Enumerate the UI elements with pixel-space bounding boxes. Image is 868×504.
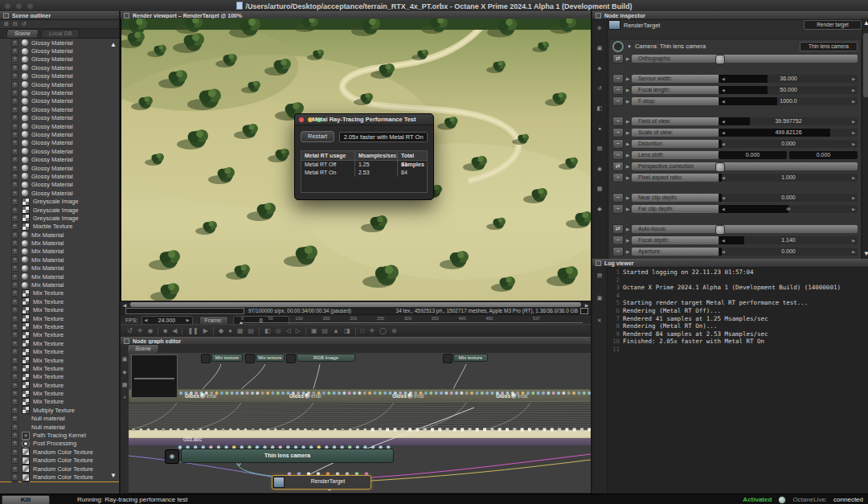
expand-icon[interactable]: + (11, 198, 18, 205)
expand-icon[interactable]: + (11, 89, 18, 96)
fullscreen-icon[interactable]: ⊕ (391, 326, 397, 336)
outliner-row-mix-material[interactable]: +Mix Material (0, 239, 119, 247)
expander-icon[interactable]: ▶ (624, 141, 632, 146)
node-link-icon[interactable]: ~ (612, 204, 624, 214)
outliner-row-mix-material[interactable]: +Mix Material (0, 248, 119, 256)
panel-collapse-icon[interactable] (596, 13, 601, 18)
inspector-row-focal-length[interactable]: ~▶Focal length:50.000◀▶ (612, 85, 858, 94)
outliner-row-glossy-material[interactable]: +Glossy Material (0, 114, 119, 122)
outliner-row-glossy-material[interactable]: +Glossy Material (0, 164, 119, 172)
expander-icon[interactable]: ▶ (624, 88, 632, 92)
value-slider[interactable]: 36.000◀▶ (719, 75, 858, 83)
expand-icon[interactable]: + (11, 139, 18, 146)
mesh-node-label[interactable]: 055.abc (183, 436, 202, 442)
recenter-icon[interactable]: ◎ (276, 326, 281, 336)
inspector-row-pixel-aspect-ratio[interactable]: ~▶Pixel aspect ratio:1.000◀▶ (612, 173, 858, 182)
expand-icon[interactable]: + (11, 256, 18, 264)
value-slider[interactable]: 0.000◀▶ (719, 248, 858, 256)
node-link-icon[interactable]: ~ (612, 173, 624, 182)
edit-icon[interactable]: ◧ (597, 105, 603, 112)
expand-icon[interactable]: + (11, 357, 18, 364)
outliner-row-glossy-material[interactable]: +Glossy Material (0, 139, 119, 147)
decrement-icon[interactable]: ◀ (722, 248, 725, 256)
inspector-row-perspective-correction[interactable]: ⇄▶Perspective correction (612, 162, 858, 170)
outliner-row-marble-texture[interactable]: +Marble Texture (0, 223, 119, 231)
expander-icon[interactable]: ▶ (624, 227, 632, 232)
increment-icon[interactable]: ▶ (852, 248, 855, 256)
value-slider[interactable]: 1000.0◀▶ (719, 97, 858, 105)
expand-icon[interactable]: + (11, 407, 18, 414)
decrement-icon[interactable]: ◀ (722, 75, 725, 83)
outliner-row-glossy-material[interactable]: +Glossy Material (0, 130, 119, 138)
expand-icon[interactable]: + (11, 181, 18, 188)
expand-icon[interactable]: + (11, 449, 18, 456)
node-link-icon[interactable]: ~ (612, 128, 624, 137)
list-icon[interactable]: ▤ (597, 145, 603, 152)
add-node-icon[interactable]: + (123, 395, 126, 401)
outliner-row-mix-texture[interactable]: +Mix Texture (0, 331, 119, 339)
outliner-row-mix-texture[interactable]: +Mix Texture (0, 381, 119, 389)
node-graph-canvas[interactable]: Mix textureMix textureRGB imageMix textu… (129, 353, 591, 493)
expand-icon[interactable]: + (11, 390, 18, 397)
node-link-icon[interactable]: ~ (612, 117, 624, 126)
target-icon[interactable]: ◉ (597, 166, 602, 172)
expand-icon[interactable]: + (11, 190, 18, 197)
expand-icon[interactable]: + (11, 264, 18, 272)
outliner-row-mix-texture[interactable]: +Mix Texture (0, 373, 119, 381)
decrement-icon[interactable]: ◀ (722, 205, 725, 213)
export-icon[interactable]: ▲ (333, 326, 339, 336)
expand-icon[interactable]: + (11, 47, 18, 55)
panel-collapse-icon[interactable] (3, 13, 9, 18)
expand-icon[interactable]: + (11, 465, 18, 473)
prev-pass-icon[interactable]: ◁ (286, 326, 291, 336)
outliner-row-glossy-material[interactable]: +Glossy Material (0, 88, 119, 96)
pan-icon[interactable]: ✛ (369, 326, 375, 336)
outliner-row-glossy-material[interactable]: +Glossy Material (0, 47, 119, 55)
pin-icon[interactable]: ◈ (122, 369, 126, 375)
value-slider[interactable]: 0.000◀▶ (719, 194, 858, 202)
outliner-row-mix-texture[interactable]: +Mix Texture (0, 347, 119, 355)
graph-node-glossy-material[interactable]: Glosserial (289, 393, 321, 399)
expander-icon[interactable]: ▶ (624, 56, 632, 61)
camera-type-badge[interactable]: Thin lens camera (800, 42, 858, 51)
expand-icon[interactable]: + (11, 365, 18, 372)
toggle-track[interactable]: Auto-focus: (632, 225, 858, 233)
inspector-row-near-clip-depth[interactable]: ~▶Near clip depth:0.000◀▶ (612, 193, 858, 202)
camera-pin-icon[interactable] (612, 41, 624, 52)
expand-icon[interactable]: + (11, 106, 18, 113)
expand-icon[interactable]: + (11, 315, 18, 322)
value-slider[interactable]: 0.000◀▶ (719, 140, 858, 148)
outliner-row-mix-texture[interactable]: +Mix Texture (0, 364, 119, 372)
thin-lens-camera-node[interactable]: ◉ Thin lens camera (165, 449, 394, 463)
panel-collapse-icon[interactable] (124, 13, 129, 18)
scrollbar-thumb[interactable] (863, 33, 868, 97)
inspector-row-aperture[interactable]: ~▶Aperture:0.000◀▶ (612, 247, 858, 256)
graph-node-glossy-material[interactable]: Glosserial (185, 393, 216, 399)
expand-icon[interactable]: + (11, 457, 18, 464)
expand-icon[interactable]: + (11, 240, 18, 247)
inspector-row-orthographic[interactable]: ⇄▶Orthographic (612, 54, 858, 63)
outliner-row-mix-material[interactable]: +Mix Material (0, 231, 119, 239)
dialog-title-bar[interactable]: Metal Ray-Tracing Performance Test (295, 114, 433, 125)
decrement-icon[interactable]: ◀ (722, 236, 725, 244)
expander-icon[interactable]: ▶ (624, 76, 632, 81)
toggle-knob[interactable] (715, 162, 725, 172)
tab-local-db[interactable]: Local DB (40, 29, 80, 38)
fps-increment-icon[interactable]: ▶ (186, 318, 190, 322)
first-frame-icon[interactable]: ◀ (172, 326, 177, 336)
render-viewport[interactable]: Metal Ray-Tracing Performance Test Resta… (121, 18, 592, 301)
increment-icon[interactable]: ▶ (852, 205, 855, 213)
outliner-row-glossy-material[interactable]: +Glossy Material (0, 122, 119, 130)
value-slider[interactable]: 1.000◀▶ (719, 174, 858, 182)
graph-node-rgb-image[interactable]: RGB image (286, 354, 355, 362)
decrement-icon[interactable]: ◀ (722, 194, 725, 202)
expander-icon[interactable]: ▶ (624, 249, 632, 254)
expander-icon[interactable]: ▶ (624, 238, 632, 243)
node-link-icon[interactable]: ~ (612, 74, 624, 84)
panel-collapse-icon[interactable] (596, 260, 601, 266)
expand-icon[interactable]: + (11, 440, 18, 447)
expand-icon[interactable]: + (11, 72, 18, 80)
expand-icon[interactable]: + (11, 131, 18, 138)
toggle-pin-icon[interactable]: ⇄ (612, 224, 624, 234)
graph-node-glossy-material[interactable]: Glosserial (496, 393, 527, 399)
